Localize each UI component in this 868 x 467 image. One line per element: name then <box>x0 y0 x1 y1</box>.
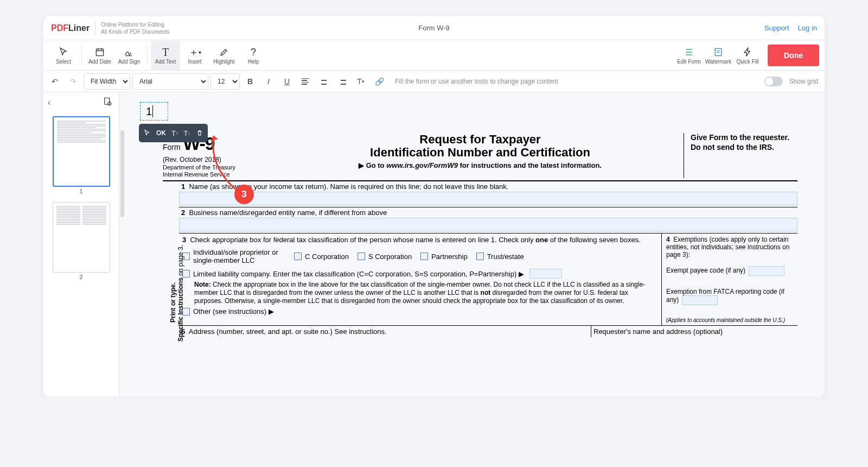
zoom-select[interactable]: Fit Width <box>84 73 130 90</box>
svg-rect-2 <box>105 98 110 104</box>
w9-header: Form W-9 (Rev. October 2018) Department … <box>163 133 797 181</box>
fatca-field[interactable] <box>682 295 718 305</box>
tagline-line1: Online Platform for Editing <box>101 21 169 28</box>
w9-line2-label: 2 Business name/disregarded entity name,… <box>179 207 797 218</box>
watermark-icon <box>713 46 724 59</box>
form-icon <box>684 46 694 59</box>
bold-button[interactable]: B <box>242 73 258 90</box>
page-settings-icon[interactable] <box>103 97 112 109</box>
divider <box>81 46 82 65</box>
w9-title1: Request for Taxpayer <box>277 133 684 146</box>
text-color-button[interactable]: T▾ <box>353 73 369 90</box>
login-link[interactable]: Log in <box>798 24 817 32</box>
plus-icon: ＋▾ <box>189 46 201 59</box>
check-individual[interactable]: Individual/sole proprietor or single-mem… <box>182 248 285 264</box>
show-grid-toggle[interactable] <box>764 77 783 86</box>
app-window: PDFLiner Online Platform for Editing All… <box>43 16 825 396</box>
select-label: Select <box>56 59 71 65</box>
edit-form-tool[interactable]: Edit Form <box>674 41 704 70</box>
w9-line4-label: 4 Exemptions (codes apply only to certai… <box>666 236 793 258</box>
svg-rect-1 <box>715 48 722 55</box>
insert-tool[interactable]: ＋▾Insert <box>180 41 209 70</box>
text-toolbar: OK T↑ T↓ <box>139 124 208 142</box>
quickfill-label: Quick Fill <box>736 59 758 65</box>
formatbar: ↶ ↷ Fit Width Arial 12 B I U T▾ 🔗 Fill t… <box>43 71 825 92</box>
align-left-button[interactable] <box>297 73 314 90</box>
redo-button[interactable]: ↷ <box>65 73 81 90</box>
support-link[interactable]: Support <box>764 24 789 32</box>
increase-text-button[interactable]: T↑ <box>171 129 178 137</box>
textbox-value: 1 <box>146 105 152 118</box>
topbar: PDFLiner Online Platform for Editing All… <box>43 16 825 40</box>
italic-button[interactable]: I <box>260 73 277 90</box>
select-tool[interactable]: Select <box>49 41 78 70</box>
signature-icon <box>124 46 135 59</box>
watermark-tool[interactable]: Watermark <box>704 41 733 70</box>
w9-goto: ▶ Go to www.irs.gov/FormW9 for instructi… <box>277 161 684 169</box>
tagline-line2: All Kinds of PDF Documents <box>101 28 169 35</box>
w9-line5-label: 5 Address (number, street, and apt. or s… <box>179 326 591 337</box>
show-grid-label: Show grid <box>789 78 818 85</box>
cursor-icon <box>58 46 69 59</box>
w9-sideways: Print or type. Specific Instructions on … <box>163 181 179 337</box>
canvas[interactable]: 1 OK T↑ T↓ 3 Form W-9 (Rev. October 2018… <box>119 92 825 396</box>
active-textbox[interactable]: 1 <box>140 102 168 121</box>
w9-dept2: Internal Revenue Service <box>163 171 277 178</box>
add-sign-tool[interactable]: Add Sign <box>114 41 144 70</box>
w9-side1: Print or type. <box>169 282 177 323</box>
check-ccorp[interactable]: C Corporation <box>294 248 349 264</box>
body: ‹ 1 2 1 OK T↑ T↓ 3 <box>43 92 825 396</box>
w9-requester-label: Requester's name and address (optional) <box>591 326 797 337</box>
check-other[interactable]: Other (see instructions) ▶ <box>182 307 658 315</box>
size-select[interactable]: 12 <box>210 73 240 90</box>
text-icon: T <box>162 46 169 59</box>
exempt-payee-field[interactable] <box>749 266 784 276</box>
delete-text-button[interactable] <box>196 129 203 137</box>
highlight-tool[interactable]: Highlight <box>209 41 239 70</box>
w9-revision: (Rev. October 2018) <box>163 156 221 163</box>
thumbnail-sidebar: ‹ 1 2 <box>43 92 119 396</box>
thumbnail-page-1[interactable] <box>53 116 110 187</box>
bolt-icon <box>742 46 753 59</box>
w9-give: Give Form to the requester. Do not send … <box>684 133 797 178</box>
check-trust[interactable]: Trust/estate <box>476 248 524 264</box>
w9-line2-field[interactable] <box>179 218 797 231</box>
quick-fill-tool[interactable]: Quick Fill <box>733 41 762 70</box>
highlight-icon <box>219 46 229 59</box>
check-partnership[interactable]: Partnership <box>420 248 467 264</box>
link-button[interactable]: 🔗 <box>371 73 387 90</box>
toolbar-hint: Fill the form or use another tools to ch… <box>395 78 558 85</box>
add-date-tool[interactable]: Add Date <box>85 41 114 70</box>
help-tool[interactable]: ?Help <box>239 41 268 70</box>
add-text-tool[interactable]: TAdd Text <box>151 41 180 70</box>
insert-label: Insert <box>188 59 201 65</box>
annotation-badge: 3 <box>234 185 254 204</box>
align-center-button[interactable] <box>316 73 332 90</box>
w9-dept1: Department of the Treasury <box>163 164 277 171</box>
thumb-1-label: 1 <box>79 188 82 194</box>
sign-label: Add Sign <box>118 59 141 65</box>
check-scorp[interactable]: S Corporation <box>358 248 412 264</box>
done-button[interactable]: Done <box>768 45 819 66</box>
decrease-text-button[interactable]: T↓ <box>183 129 190 137</box>
help-icon: ? <box>251 46 256 59</box>
divider <box>147 46 148 65</box>
check-llc[interactable]: Limited liability company. Enter the tax… <box>182 269 658 279</box>
w9-side2: Specific Instructions on page 3. <box>177 245 184 342</box>
confirm-text-button[interactable]: OK <box>156 129 166 137</box>
fatca: Exemption from FATCA reporting code (if … <box>666 288 793 305</box>
thumbnail-page-2[interactable] <box>53 202 110 273</box>
scrollbar[interactable] <box>120 130 124 217</box>
align-right-button[interactable] <box>334 73 350 90</box>
collapse-sidebar-button[interactable]: ‹ <box>48 98 50 108</box>
undo-button[interactable]: ↶ <box>47 73 63 90</box>
underline-button[interactable]: U <box>279 73 295 90</box>
w9-line1-field[interactable] <box>179 192 797 205</box>
help-label: Help <box>248 59 259 65</box>
llc-class-field[interactable] <box>529 269 562 279</box>
tagline: Online Platform for Editing All Kinds of… <box>95 21 169 35</box>
move-text-button[interactable] <box>143 129 151 137</box>
calendar-icon <box>94 46 105 59</box>
svg-rect-0 <box>96 49 103 56</box>
font-select[interactable]: Arial <box>132 73 208 90</box>
